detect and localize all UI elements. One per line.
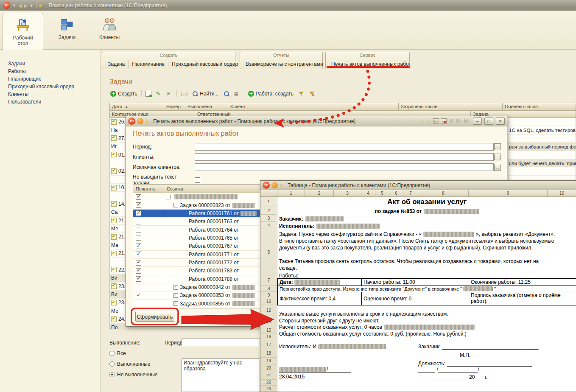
row-number[interactable]: 17: [260, 340, 277, 349]
row-number[interactable]: 2: [260, 207, 277, 215]
row-number[interactable]: 10: [260, 298, 277, 305]
main-titlebar[interactable]: Помощник работы с клиентами (1С:Предприя…: [0, 0, 576, 11]
column-header[interactable]: 10: [548, 190, 576, 197]
minimize-button[interactable]: [473, 118, 482, 125]
bookmark-icon[interactable]: [420, 118, 425, 124]
menu-arrow-icon[interactable]: [12, 2, 16, 9]
column-hours-estimated[interactable]: Оценено часов: [503, 103, 576, 110]
sidebar-item[interactable]: Задачи: [8, 60, 100, 67]
print-checkbox[interactable]: [136, 235, 141, 241]
find-button[interactable]: Найти...: [190, 90, 220, 98]
column-header[interactable]: 8: [418, 190, 469, 197]
row-number[interactable]: 8: [260, 286, 277, 292]
column-header[interactable]: 1: [277, 190, 305, 197]
calendar-icon[interactable]: [441, 118, 447, 124]
ellipsis-button[interactable]: ...: [494, 143, 501, 150]
service-icon[interactable]: [137, 118, 143, 124]
expander-icon[interactable]: +: [173, 293, 178, 298]
print-acts-command[interactable]: Печать актов выполненных работ: [328, 60, 414, 68]
print-checkbox-cell[interactable]: [133, 291, 164, 299]
column-header[interactable]: 3: [334, 190, 361, 197]
row-number[interactable]: 16: [260, 333, 277, 340]
expander-icon[interactable]: +: [173, 285, 178, 290]
period-input[interactable]: [182, 339, 260, 346]
expander-icon[interactable]: −: [173, 203, 178, 207]
service-icon[interactable]: [271, 182, 278, 188]
delete-button[interactable]: [165, 90, 174, 98]
expander-icon[interactable]: −: [166, 195, 171, 199]
column-print[interactable]: Печатать: [133, 185, 164, 193]
field-input[interactable]: [195, 153, 494, 161]
print-checkbox-cell[interactable]: [133, 259, 164, 266]
table-window-titlebar[interactable]: Таблица - Помощник работы с клиентами (1…: [260, 181, 576, 190]
task-row-fragment[interactable]: рая за выбранный период форм: [508, 143, 576, 151]
hide-task-text-checkbox[interactable]: [195, 177, 200, 183]
column-date[interactable]: Дата: [109, 103, 164, 110]
nav-forward-icon[interactable]: [24, 2, 27, 9]
row-number[interactable]: 4: [260, 222, 277, 229]
sidebar-item[interactable]: Клиенты: [8, 90, 100, 98]
copy-button[interactable]: [144, 90, 153, 98]
history-arrow-icon[interactable]: [30, 2, 34, 9]
filter-settings-button[interactable]: [296, 90, 306, 98]
row-number[interactable]: 14: [260, 316, 277, 327]
create-task-command[interactable]: Задача: [104, 60, 129, 68]
column-header[interactable]: 9: [469, 190, 548, 197]
edit-button[interactable]: [154, 90, 164, 98]
app-logo-icon[interactable]: [3, 2, 10, 9]
print-checkbox-cell[interactable]: [133, 218, 164, 225]
print-checkbox[interactable]: [136, 260, 141, 266]
favorites-star-icon[interactable]: [280, 182, 284, 189]
tab-clients[interactable]: Клиенты: [89, 13, 130, 50]
scale-button[interactable]: М-: [463, 119, 470, 123]
close-button[interactable]: [496, 118, 505, 125]
sidebar-item[interactable]: Планировщик: [8, 75, 100, 83]
print-checkbox[interactable]: [136, 276, 141, 282]
ellipsis-button[interactable]: ...: [494, 154, 501, 160]
print-checkbox-cell[interactable]: [133, 283, 164, 291]
print-checkbox-cell[interactable]: [133, 275, 164, 283]
print-checkbox-cell[interactable]: [133, 251, 164, 258]
create-work-button[interactable]: Работа: создать: [246, 90, 295, 98]
task-row-fragment[interactable]: сли будет нечего делать: привед: [508, 159, 576, 167]
column-done[interactable]: Выполнена: [185, 103, 228, 110]
column-header[interactable]: 4: [361, 190, 375, 197]
completion-option[interactable]: Все: [109, 348, 157, 358]
print-checkbox-cell[interactable]: [133, 201, 164, 209]
row-number[interactable]: 15: [260, 327, 277, 333]
sheet-corner[interactable]: [260, 190, 277, 197]
print-dialog-titlebar[interactable]: Печать актов выполненных работ - Помощни…: [126, 116, 507, 126]
print-checkbox-cell[interactable]: [133, 242, 164, 250]
sidebar-item[interactable]: Работы: [8, 67, 100, 75]
row-number[interactable]: 23: [260, 386, 277, 392]
column-header[interactable]: 7: [403, 190, 418, 197]
report-table-icon[interactable]: [433, 118, 439, 124]
print-checkbox-cell[interactable]: [133, 226, 164, 233]
print-checkbox[interactable]: [136, 268, 141, 274]
maximize-button[interactable]: [484, 118, 493, 125]
favorites-star-icon[interactable]: [38, 2, 42, 9]
date-range-button[interactable]: [179, 90, 190, 98]
print-checkbox[interactable]: [136, 227, 141, 232]
print-checkbox[interactable]: [136, 252, 141, 257]
print-checkbox-cell[interactable]: [133, 234, 164, 242]
print-checkbox[interactable]: [136, 293, 141, 298]
print-checkbox[interactable]: [136, 194, 141, 200]
print-checkbox[interactable]: [136, 301, 141, 306]
print-checkbox[interactable]: [136, 285, 141, 290]
print-checkbox-cell[interactable]: [133, 210, 164, 217]
row-number[interactable]: 5: [260, 229, 277, 275]
list-settings-button[interactable]: [232, 90, 242, 98]
print-checkbox[interactable]: [136, 244, 141, 249]
expander-icon[interactable]: +: [173, 301, 178, 306]
tab-desktop[interactable]: Рабочий стол: [3, 13, 43, 50]
scale-button[interactable]: М+: [454, 119, 463, 123]
task-row-fragment[interactable]: 1С на SQL, сделать тестирован: [508, 126, 576, 134]
column-header[interactable]: 6: [389, 190, 403, 197]
print-checkbox-cell[interactable]: [133, 300, 164, 308]
create-cash-order-command[interactable]: Приходный кассовый ордер: [168, 60, 241, 68]
sidebar-item[interactable]: Пользователи: [8, 98, 100, 106]
bookmark2-icon[interactable]: [427, 118, 431, 124]
favorites-star-icon[interactable]: [145, 118, 149, 125]
sidebar-item[interactable]: Приходный кассовый ордер: [8, 83, 100, 90]
